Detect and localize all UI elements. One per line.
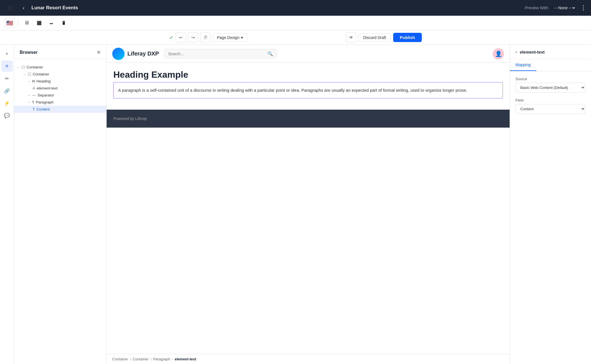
- publish-button[interactable]: Publish: [393, 33, 422, 42]
- back-arrow-icon: ‹: [516, 49, 517, 54]
- browser-close-button[interactable]: ✕: [97, 49, 101, 56]
- tree-container: – ☐ Container – ☐ Container – H Heading: [14, 59, 106, 117]
- right-panel-header: ‹ element-text: [510, 45, 591, 59]
- tree-label-separator: Separator: [38, 93, 54, 97]
- breadcrumb-part-1[interactable]: Container: [112, 357, 128, 361]
- tablet-portrait-button[interactable]: ▬: [46, 18, 56, 28]
- source-select[interactable]: Basic Web Content (Default): [516, 83, 585, 93]
- right-panel-title: element-text: [520, 50, 544, 54]
- link-icon: 🔗: [4, 88, 10, 94]
- logo-circle: [112, 48, 125, 60]
- mobile-icon: 📱: [61, 21, 66, 25]
- tree-item-element-text[interactable]: A element-text: [14, 85, 106, 92]
- add-element-button[interactable]: +: [1, 48, 13, 59]
- back-nav-button[interactable]: ‹: [19, 3, 29, 13]
- heading-block: Heading Example: [113, 70, 503, 80]
- redo-icon: ↪: [191, 35, 195, 40]
- redo-button[interactable]: ↪: [188, 33, 198, 43]
- status-check-icon: ✓: [169, 34, 173, 41]
- desktop-view-button[interactable]: 🖥: [22, 18, 32, 28]
- browser-panel-title: Browser: [20, 50, 38, 55]
- tree-label-container-1: Container: [27, 65, 43, 69]
- footer-text: Powered by Liferay: [113, 116, 147, 121]
- right-panel-back-button[interactable]: ‹: [516, 49, 517, 54]
- canvas-content: Liferay DXP 🔍 👤 Heading Example: [107, 45, 510, 354]
- breadcrumb-active: element-text: [175, 357, 196, 361]
- breadcrumb-part-3[interactable]: Paragraph: [153, 357, 170, 361]
- eye-button[interactable]: 👁: [346, 33, 356, 43]
- more-options-icon: ⋮: [580, 4, 587, 11]
- tree-label-heading: Heading: [36, 79, 51, 83]
- source-field-label: Source: [516, 77, 585, 81]
- browser-panel: Browser ✕ – ☐ Container – ☐ Container: [14, 45, 107, 364]
- device-toolbar: 🇺🇸 🖥 ⬛ ▬ 📱: [0, 16, 591, 30]
- history-button[interactable]: ⏱: [200, 33, 210, 43]
- heading-icon: H: [32, 79, 35, 83]
- field-label: Field: [516, 98, 585, 102]
- text-icon: A: [33, 86, 35, 90]
- locale-button[interactable]: 🇺🇸: [4, 18, 15, 28]
- chat-button[interactable]: 💬: [1, 110, 13, 121]
- tab-mapping-label: Mapping: [516, 63, 531, 67]
- discard-draft-button[interactable]: Discard Draft: [358, 33, 391, 42]
- add-icon: +: [6, 51, 8, 57]
- tree-item-content[interactable]: T Content: [14, 106, 106, 113]
- paragraph-block[interactable]: A paragraph is a self-contained unit of …: [113, 82, 503, 98]
- styles-button[interactable]: ✏: [1, 73, 13, 84]
- page-design-button[interactable]: Page Design ▾: [213, 33, 247, 42]
- page-title: Lunar Resort Events: [31, 5, 78, 11]
- separator-icon: —: [32, 93, 36, 97]
- undo-icon: ↩: [179, 35, 183, 40]
- tab-mapping[interactable]: Mapping: [510, 59, 536, 71]
- styles-icon: ✏: [5, 76, 9, 82]
- close-icon: ✕: [97, 50, 101, 55]
- page-footer: Powered by Liferay: [107, 110, 510, 128]
- tree-label-content: Content: [36, 107, 50, 111]
- history-icon: ⏱: [203, 35, 208, 40]
- bolt-icon: ⚡: [4, 100, 10, 106]
- back-nav-icon: ‹: [23, 5, 24, 11]
- browser-button[interactable]: ≡: [1, 61, 13, 72]
- tree-item-container-2[interactable]: – ☐ Container: [14, 71, 106, 78]
- breadcrumb: Container › Container › Paragraph › elem…: [107, 354, 510, 364]
- preview-label: Preview With:: [525, 6, 549, 10]
- flag-icon: 🇺🇸: [6, 20, 13, 26]
- tablet-portrait-icon: ▬: [50, 21, 53, 25]
- field-select[interactable]: Content: [516, 104, 585, 114]
- tree-item-separator[interactable]: – — Separator: [14, 92, 106, 99]
- panel-body: Source Basic Web Content (Default) Field…: [510, 71, 591, 119]
- preview-select[interactable]: -- None --: [553, 5, 576, 10]
- desktop-icon: 🖥: [24, 20, 29, 26]
- user-avatar: 👤: [493, 48, 504, 59]
- tree-item-container-1[interactable]: – ☐ Container: [14, 64, 106, 71]
- content-icon: T: [33, 107, 35, 111]
- chevron-down-icon: ▾: [241, 35, 243, 40]
- browser-icon: ≡: [6, 63, 8, 69]
- chat-icon: 💬: [4, 113, 10, 119]
- more-options-button[interactable]: ⋮: [580, 4, 587, 11]
- page-brand: Liferay DXP: [127, 50, 159, 57]
- undo-button[interactable]: ↩: [176, 33, 186, 43]
- page-body: Heading Example A paragraph is a self-co…: [107, 63, 510, 110]
- panel-tabs: Mapping: [510, 59, 591, 71]
- heading-text: Heading Example: [113, 70, 503, 80]
- page-search[interactable]: 🔍: [164, 49, 277, 58]
- breadcrumb-sep-3: ›: [172, 357, 173, 361]
- avatar-icon: 👤: [495, 50, 502, 57]
- search-input[interactable]: [168, 52, 265, 56]
- tablet-landscape-button[interactable]: ⬛: [34, 18, 44, 28]
- eye-icon: 👁: [349, 35, 353, 40]
- page-nav: Liferay DXP 🔍 👤: [107, 45, 510, 63]
- breadcrumb-sep-2: ›: [150, 357, 151, 361]
- tree-label-container-2: Container: [33, 72, 49, 76]
- mobile-button[interactable]: 📱: [59, 18, 69, 28]
- breadcrumb-part-2[interactable]: Container: [133, 357, 148, 361]
- breadcrumb-sep-1: ›: [130, 357, 131, 361]
- tree-item-heading[interactable]: – H Heading: [14, 78, 106, 85]
- sidebar-toggle-button[interactable]: ▢: [4, 2, 16, 13]
- link-button[interactable]: 🔗: [1, 85, 13, 96]
- bolt-button[interactable]: ⚡: [1, 98, 13, 109]
- canvas-inner: Liferay DXP 🔍 👤 Heading Example: [107, 45, 510, 354]
- main-layout: + ≡ ✏ 🔗 ⚡ 💬 Browser ✕ – ☐: [0, 45, 591, 364]
- tree-item-paragraph[interactable]: – ¶ Paragraph: [14, 99, 106, 106]
